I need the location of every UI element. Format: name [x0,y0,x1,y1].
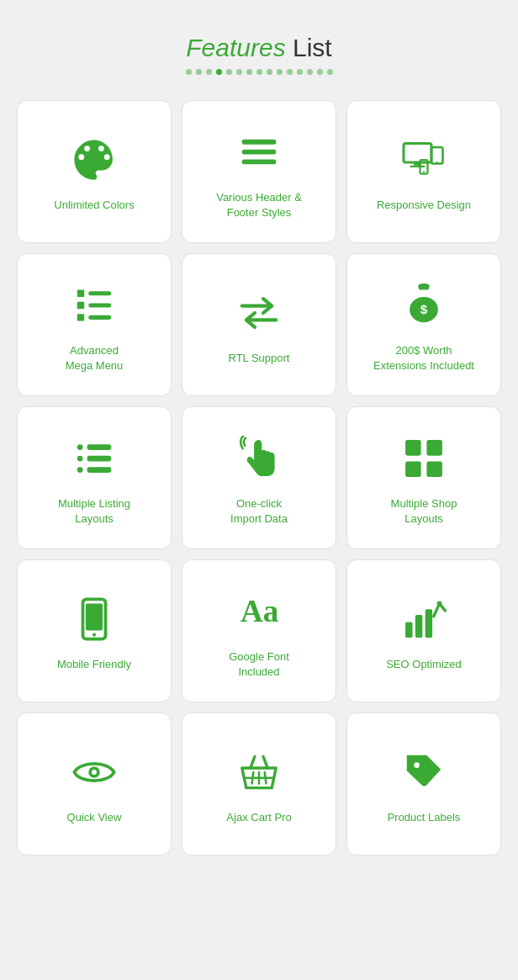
feature-label-quick-view: Quick View [67,810,122,825]
feature-card-header-footer: Various Header &Footer Styles [182,100,336,243]
feature-card-import: One-clickImport Data [182,406,336,549]
feature-card-unlimited-colors: Unlimited Colors [17,100,172,243]
feature-label-ajax-cart: Ajax Cart Pro [226,810,291,825]
feature-card-product-labels: Product Labels [346,712,501,856]
feature-card-shop-layouts: Multiple ShopLayouts [346,406,501,549]
svg-text:$: $ [420,302,428,316]
svg-rect-14 [77,314,84,320]
basket-icon [236,750,282,795]
grid-four-icon [401,436,447,481]
svg-point-21 [77,455,83,461]
svg-rect-35 [415,615,422,638]
feature-card-seo: SEO Optimized [346,559,501,702]
svg-point-37 [437,601,442,606]
title-highlight: Features [186,34,285,61]
chart-up-icon [401,596,447,642]
font-icon: Aa [236,589,282,634]
svg-rect-28 [405,461,421,477]
list-lines-icon [71,436,117,481]
feature-card-mega-menu: AdvancedMega Menu [17,253,172,396]
feature-label-header-footer: Various Header &Footer Styles [216,190,302,220]
dot [317,69,323,75]
dot [236,69,242,75]
feature-label-shop-layouts: Multiple ShopLayouts [391,496,457,527]
tag-icon [401,750,447,795]
svg-rect-36 [426,609,432,638]
svg-point-44 [414,762,420,768]
feature-label-import: One-clickImport Data [230,496,288,527]
feature-label-seo: SEO Optimized [386,657,462,672]
svg-rect-27 [426,440,442,456]
dot [277,69,283,75]
svg-rect-0 [242,140,277,145]
feature-label-mobile: Mobile Friendly [57,657,131,672]
dot [256,69,262,75]
title-normal: List [286,34,332,61]
dot [297,69,303,75]
feature-label-unlimited-colors: Unlimited Colors [54,198,134,213]
list-text-icon [71,283,117,328]
page-title: Features List [17,34,501,62]
feature-card-font: Aa Google FontIncluded [182,559,336,702]
feature-label-rtl: RTL Support [229,351,290,366]
svg-rect-2 [242,159,277,164]
mobile-icon [71,596,117,642]
svg-rect-5 [410,166,426,167]
svg-point-7 [436,162,438,163]
arrows-lr-icon [236,290,282,336]
feature-card-ajax-cart: Ajax Cart Pro [182,712,336,856]
svg-point-20 [77,444,83,450]
feature-card-listing-layouts: Multiple ListingLayouts [17,406,172,549]
feature-label-font: Google FontIncluded [229,649,289,680]
palette-icon [71,137,117,183]
svg-point-22 [77,467,83,473]
page: Features List [0,0,518,881]
svg-rect-31 [86,603,103,630]
dot [307,69,313,75]
svg-rect-25 [87,467,112,473]
eye-icon [71,750,117,795]
dot [267,69,272,75]
header: Features List [17,17,501,83]
svg-rect-24 [87,455,112,461]
dots-decoration [17,69,501,75]
svg-point-39 [92,770,97,775]
svg-rect-6 [431,147,443,164]
feature-label-product-labels: Product Labels [388,810,461,825]
devices-icon [401,137,447,183]
touch-icon [236,436,282,481]
dot [246,69,252,75]
feature-card-extensions: $ 200$ WorthExtensions Includedt [346,253,501,396]
feature-card-mobile: Mobile Friendly [17,559,172,702]
svg-point-9 [423,171,425,172]
dot [206,69,212,75]
svg-rect-34 [405,622,412,638]
feature-label-responsive: Responsive Design [377,198,471,213]
svg-rect-15 [88,315,111,320]
money-bag-icon: $ [401,283,447,328]
dot [327,69,333,75]
feature-card-quick-view: Quick View [17,712,172,856]
feature-label-mega-menu: AdvancedMega Menu [66,343,124,373]
svg-rect-10 [77,289,84,296]
svg-text:Aa: Aa [240,594,278,628]
feature-label-listing-layouts: Multiple ListingLayouts [58,496,130,527]
svg-rect-26 [405,440,421,456]
dot [196,69,202,75]
feature-card-responsive: Responsive Design [346,100,501,243]
dot [226,69,232,75]
svg-rect-13 [88,303,111,307]
svg-rect-11 [88,291,111,295]
svg-rect-29 [426,461,442,477]
dot-active [216,69,222,75]
dot [186,69,192,75]
menu-lines-icon [236,130,282,175]
feature-label-extensions: 200$ WorthExtensions Includedt [373,343,474,373]
feature-card-rtl: RTL Support [182,253,336,396]
svg-rect-1 [242,149,277,154]
svg-point-32 [92,633,96,636]
dot [287,69,293,75]
features-grid: Unlimited Colors Various Header &Footer … [17,100,501,856]
svg-rect-23 [87,444,112,450]
svg-rect-12 [77,302,84,309]
